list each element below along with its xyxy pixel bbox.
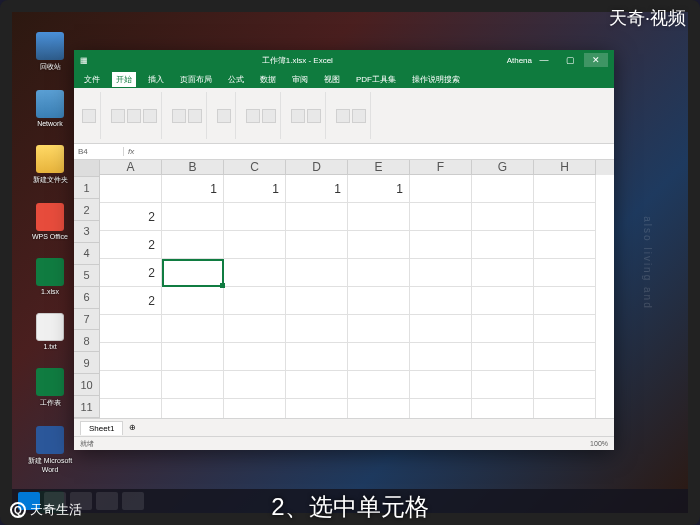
cell[interactable]: [348, 259, 410, 287]
font-button[interactable]: [111, 109, 125, 123]
cell[interactable]: [472, 287, 534, 315]
cell[interactable]: [224, 371, 286, 399]
cell[interactable]: [100, 343, 162, 371]
cell[interactable]: [286, 399, 348, 418]
cell[interactable]: [534, 203, 596, 231]
cell[interactable]: [348, 287, 410, 315]
desktop-icon[interactable]: 工作表: [20, 368, 80, 408]
column-header[interactable]: H: [534, 160, 596, 175]
cell[interactable]: [472, 231, 534, 259]
ribbon-tab[interactable]: PDF工具集: [352, 72, 400, 87]
format-button[interactable]: [262, 109, 276, 123]
cell[interactable]: [224, 259, 286, 287]
cell[interactable]: [410, 175, 472, 203]
desktop-icon[interactable]: 新建 Microsoft Word: [20, 426, 80, 473]
row-header[interactable]: 3: [74, 221, 100, 243]
desktop-icon[interactable]: 1.xlsx: [20, 258, 80, 295]
cell[interactable]: [286, 343, 348, 371]
cell[interactable]: 1: [162, 175, 224, 203]
row-header[interactable]: 11: [74, 396, 100, 418]
ribbon-tab[interactable]: 审阅: [288, 72, 312, 87]
cell[interactable]: [224, 315, 286, 343]
cell[interactable]: [162, 203, 224, 231]
cell[interactable]: [472, 175, 534, 203]
cell[interactable]: [100, 315, 162, 343]
desktop-icon[interactable]: Network: [20, 90, 80, 127]
name-box[interactable]: B4: [74, 147, 124, 156]
cell[interactable]: [410, 203, 472, 231]
cell[interactable]: [472, 399, 534, 418]
cell[interactable]: [348, 343, 410, 371]
cell[interactable]: 2: [100, 203, 162, 231]
bold-button[interactable]: [127, 109, 141, 123]
row-header[interactable]: 4: [74, 243, 100, 265]
add-sheet-button[interactable]: ⊕: [129, 423, 136, 432]
cell[interactable]: [410, 287, 472, 315]
desktop-icon[interactable]: 新建文件夹: [20, 145, 80, 185]
cell[interactable]: [534, 287, 596, 315]
number-button[interactable]: [217, 109, 231, 123]
cell[interactable]: [224, 399, 286, 418]
minimize-button[interactable]: —: [532, 53, 556, 67]
italic-button[interactable]: [143, 109, 157, 123]
ribbon-tab[interactable]: 开始: [112, 72, 136, 87]
maximize-button[interactable]: ▢: [558, 53, 582, 67]
insert-button[interactable]: [291, 109, 305, 123]
task-excel[interactable]: [122, 492, 144, 510]
task-edge[interactable]: [96, 492, 118, 510]
ribbon-tab[interactable]: 页面布局: [176, 72, 216, 87]
cell[interactable]: [100, 371, 162, 399]
row-header[interactable]: 6: [74, 287, 100, 309]
ribbon-tab[interactable]: 插入: [144, 72, 168, 87]
sheet-tab[interactable]: Sheet1: [80, 421, 123, 435]
column-header[interactable]: F: [410, 160, 472, 175]
cell[interactable]: [410, 231, 472, 259]
cell[interactable]: [286, 315, 348, 343]
cell[interactable]: [286, 259, 348, 287]
cell[interactable]: [224, 231, 286, 259]
ribbon-tab[interactable]: 视图: [320, 72, 344, 87]
cell[interactable]: [534, 175, 596, 203]
desktop-icon[interactable]: 回收站: [20, 32, 80, 72]
cell[interactable]: [286, 231, 348, 259]
cell[interactable]: [162, 231, 224, 259]
cell[interactable]: 2: [100, 287, 162, 315]
cell[interactable]: [224, 203, 286, 231]
cell[interactable]: [286, 287, 348, 315]
cell[interactable]: [348, 203, 410, 231]
desktop-icon[interactable]: 1.txt: [20, 313, 80, 350]
cell[interactable]: [472, 371, 534, 399]
row-header[interactable]: 5: [74, 265, 100, 287]
cell[interactable]: 2: [100, 231, 162, 259]
column-header[interactable]: E: [348, 160, 410, 175]
cell[interactable]: [162, 315, 224, 343]
column-header[interactable]: B: [162, 160, 224, 175]
cell[interactable]: [472, 343, 534, 371]
row-header[interactable]: 8: [74, 330, 100, 352]
styles-button[interactable]: [246, 109, 260, 123]
cell[interactable]: [534, 231, 596, 259]
column-header[interactable]: A: [100, 160, 162, 175]
cell[interactable]: [410, 371, 472, 399]
cell[interactable]: [534, 315, 596, 343]
ribbon-tab[interactable]: 公式: [224, 72, 248, 87]
cell[interactable]: [410, 259, 472, 287]
sort-button[interactable]: [352, 109, 366, 123]
cell[interactable]: [472, 203, 534, 231]
cell[interactable]: 1: [224, 175, 286, 203]
cell[interactable]: [348, 399, 410, 418]
cell[interactable]: [224, 343, 286, 371]
column-header[interactable]: C: [224, 160, 286, 175]
row-header[interactable]: 10: [74, 374, 100, 396]
ribbon-tab[interactable]: 操作说明搜索: [408, 72, 464, 87]
cell[interactable]: [100, 399, 162, 418]
cell[interactable]: 2: [100, 259, 162, 287]
ribbon-tab[interactable]: 数据: [256, 72, 280, 87]
row-header[interactable]: 1: [74, 177, 100, 199]
cell[interactable]: 1: [348, 175, 410, 203]
close-button[interactable]: ✕: [584, 53, 608, 67]
cell[interactable]: [472, 259, 534, 287]
cell[interactable]: [472, 315, 534, 343]
cell[interactable]: [410, 399, 472, 418]
cell[interactable]: [534, 399, 596, 418]
